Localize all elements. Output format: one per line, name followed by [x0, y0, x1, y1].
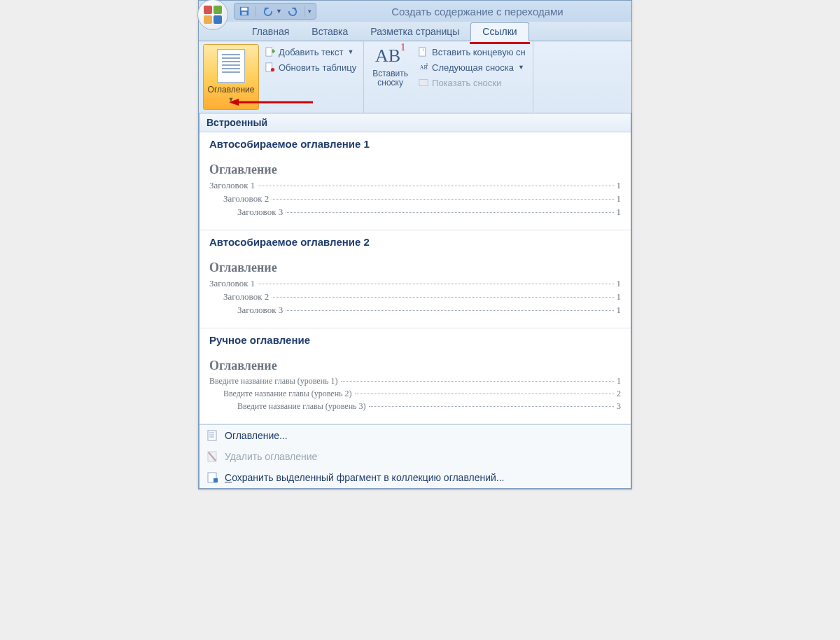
redo-icon[interactable] — [288, 6, 299, 17]
preview-heading: Оглавление — [209, 162, 621, 177]
show-notes-icon — [418, 77, 429, 88]
toc-dialog-icon — [206, 429, 219, 442]
remove-toc-label: Удалить оглавление — [225, 451, 317, 462]
svg-rect-1 — [241, 8, 248, 11]
svg-point-8 — [271, 68, 274, 71]
toc-dialog-item[interactable]: Оглавление... — [200, 425, 631, 446]
qat-customize-icon[interactable]: ▾ — [308, 8, 312, 15]
svg-text:1: 1 — [426, 62, 428, 67]
toc-preview-line: Заголовок 21 — [223, 193, 621, 204]
add-text-label: Добавить текст — [279, 47, 343, 57]
update-table-label: Обновить таблицу — [279, 62, 356, 73]
show-notes-button: Показать сноски — [415, 75, 528, 90]
toc-preview-line: Заголовок 11 — [209, 278, 621, 289]
chevron-down-icon: ▼ — [518, 64, 524, 71]
annotation-underline — [470, 42, 529, 44]
gallery-item[interactable]: Автособираемое оглавление 2ОглавлениеЗаг… — [200, 230, 631, 328]
insert-endnote-label: Вставить концевую сн — [432, 47, 526, 57]
toc-preview-line: Заголовок 31 — [237, 305, 621, 316]
word-window: ▼ ▾ Создать содержание с переходами Глав… — [198, 0, 632, 489]
gallery-section-header: Встроенный — [200, 113, 631, 132]
gallery-item-title: Автособираемое оглавление 1 — [209, 138, 621, 150]
toc-preview-line: Введите название главы (уровень 1)1 — [209, 376, 621, 387]
svg-rect-21 — [214, 478, 218, 482]
toc-preview-line: Заголовок 11 — [209, 180, 621, 191]
document-title: Создать содержание с переходами — [316, 6, 631, 18]
svg-rect-5 — [266, 48, 272, 56]
endnote-icon: i — [418, 46, 429, 57]
toc-preview-line: Введите название главы (уровень 3)3 — [237, 401, 621, 412]
ab-icon: AB1 — [375, 47, 406, 65]
tab-insert[interactable]: Вставка — [300, 23, 359, 41]
group-footnotes: AB1 Вставить сноску i Вставить концевую … — [364, 41, 533, 113]
svg-rect-2 — [242, 12, 247, 15]
toc-preview-line: Заголовок 21 — [223, 291, 621, 302]
save-selection-item[interactable]: Сохранить выделенный фрагмент в коллекци… — [200, 467, 631, 488]
next-footnote-button[interactable]: AB1 Следующая сноска ▼ — [415, 60, 528, 75]
svg-point-6 — [272, 50, 274, 53]
svg-text:i: i — [423, 48, 424, 52]
gallery-body[interactable]: Автособираемое оглавление 1ОглавлениеЗаг… — [200, 132, 631, 424]
toc-button[interactable]: Оглавление ▼ — [203, 44, 259, 110]
toc-button-label: Оглавление — [208, 85, 255, 95]
toc-dialog-label: Оглавление... — [225, 430, 288, 441]
gallery-item-title: Ручное оглавление — [209, 334, 621, 346]
svg-rect-9 — [419, 48, 426, 56]
show-notes-label: Показать сноски — [432, 78, 501, 88]
chevron-down-icon: ▼ — [228, 96, 234, 103]
insert-footnote-label-1: Вставить — [372, 69, 408, 78]
office-logo-icon — [204, 6, 222, 24]
preview-heading: Оглавление — [209, 260, 621, 275]
update-table-icon — [265, 62, 276, 73]
toc-preview-line: Заголовок 31 — [237, 207, 621, 218]
toc-gallery: Встроенный Автособираемое оглавление 1Ог… — [199, 113, 631, 489]
gallery-footer: Оглавление... Удалить оглавление Сохрани… — [200, 424, 631, 488]
quick-access-toolbar: ▼ ▾ — [234, 3, 316, 20]
save-icon[interactable] — [239, 6, 250, 17]
ribbon-tabs: Главная Вставка Разметка страницы Ссылки — [199, 22, 631, 41]
svg-rect-13 — [419, 80, 428, 86]
undo-icon[interactable] — [262, 6, 273, 17]
office-button[interactable] — [197, 0, 228, 30]
add-text-button[interactable]: Добавить текст ▼ — [262, 44, 359, 60]
toc-preview-line: Введите название главы (уровень 2)2 — [223, 389, 621, 399]
tab-page-layout[interactable]: Разметка страницы — [359, 23, 470, 41]
next-footnote-label: Следующая сноска — [432, 62, 514, 73]
remove-toc-item: Удалить оглавление — [200, 446, 631, 467]
title-bar: ▼ ▾ Создать содержание с переходами — [199, 1, 631, 22]
toc-doc-icon — [217, 49, 245, 83]
next-footnote-icon: AB1 — [418, 62, 429, 73]
update-table-button[interactable]: Обновить таблицу — [262, 60, 359, 75]
gallery-item[interactable]: Ручное оглавлениеОглавлениеВведите назва… — [200, 328, 631, 424]
group-toc: Оглавление ▼ Добавить текст ▼ — [199, 41, 364, 113]
insert-footnote-label-2: сноску — [377, 78, 403, 88]
gallery-item-title: Автособираемое оглавление 2 — [209, 236, 621, 248]
tab-references-label: Ссылки — [482, 26, 517, 37]
preview-heading: Оглавление — [209, 359, 621, 373]
ribbon: Оглавление ▼ Добавить текст ▼ — [199, 41, 631, 113]
insert-endnote-button[interactable]: i Вставить концевую сн — [415, 44, 528, 60]
tab-references[interactable]: Ссылки — [470, 22, 528, 41]
gallery-item[interactable]: Автособираемое оглавление 1ОглавлениеЗаг… — [200, 132, 631, 230]
save-selection-label: Сохранить выделенный фрагмент в коллекци… — [225, 472, 505, 483]
tab-home[interactable]: Главная — [241, 23, 300, 41]
remove-toc-icon — [206, 450, 219, 463]
insert-footnote-button[interactable]: AB1 Вставить сноску — [368, 44, 412, 110]
add-text-icon — [265, 46, 276, 57]
undo-dropdown-icon[interactable]: ▼ — [276, 8, 282, 15]
save-selection-icon — [206, 471, 219, 484]
chevron-down-icon: ▼ — [347, 48, 354, 55]
svg-rect-14 — [208, 431, 216, 440]
